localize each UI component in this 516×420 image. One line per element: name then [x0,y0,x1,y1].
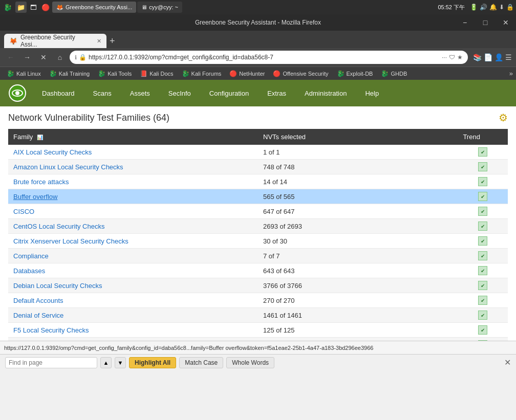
find-next-button[interactable]: ▼ [115,357,126,368]
bookmark-star-icon[interactable]: ★ [457,54,463,61]
table-row: CentOS Local Security Checks2693 of 2693… [8,219,508,234]
trend-icon[interactable]: ✔ [478,192,487,201]
trend-cell[interactable]: ✔ [458,189,508,204]
browser-tab-active[interactable]: 🦊 Greenbone Security Assi... ✕ [4,34,106,48]
tab-close-button[interactable]: ✕ [97,38,101,45]
trend-cell[interactable]: ✔ [458,219,508,234]
trend-icon[interactable]: ✔ [478,222,487,231]
trend-cell[interactable]: ✔ [458,174,508,189]
trend-icon[interactable]: ✔ [478,281,487,290]
highlight-all-button[interactable]: Highlight All [129,357,176,368]
nav-administration[interactable]: Administration [295,80,356,106]
new-tab-button[interactable]: + [110,34,115,48]
url-extras: ··· 🛡 ★ [442,54,463,61]
find-input[interactable] [5,357,97,368]
family-cell[interactable]: Buffer overflow [8,189,258,204]
home-button[interactable]: ⌂ [53,51,67,64]
url-dots-button[interactable]: ··· [442,54,447,61]
menu-icon[interactable]: ☰ [505,53,512,61]
table-row: Default Accounts270 of 270✔ [8,293,508,308]
family-cell[interactable]: Databases [8,263,258,278]
trend-icon[interactable]: ✔ [478,236,487,246]
nav-help[interactable]: Help [356,80,388,106]
trend-cell[interactable]: ✔ [458,323,508,338]
trend-icon[interactable]: ✔ [478,162,487,171]
find-close-button[interactable]: ✕ [504,358,511,367]
trend-icon[interactable]: ✔ [478,325,487,335]
nav-assets[interactable]: Assets [121,80,159,106]
family-cell[interactable]: Denial of Service [8,308,258,323]
trend-icon[interactable]: ✔ [478,177,487,186]
taskbar-icon-files[interactable]: 📁 [15,2,27,13]
family-cell[interactable]: Amazon Linux Local Security Checks [8,160,258,174]
trend-cell[interactable]: ✔ [458,249,508,263]
family-cell[interactable]: AIX Local Security Checks [8,145,258,160]
back-button[interactable]: ← [4,51,17,64]
address-bar: ← → ✕ ⌂ ℹ 🔒 https://127.0.0.1:9392/omp?c… [0,48,516,67]
bookmark-kali-docs[interactable]: 📕 Kali Docs [136,68,177,79]
reload-button[interactable]: ✕ [37,51,50,64]
taskbar-app-terminal[interactable]: 🖥 cyy@cyy: ~ [137,2,182,13]
family-cell[interactable]: CentOS Local Security Checks [8,219,258,234]
profile-icon[interactable]: 👤 [494,53,503,61]
nav-configuration[interactable]: Configuration [200,80,258,106]
minimize-button[interactable]: − [455,14,475,31]
trend-cell[interactable]: ✔ [458,293,508,308]
trend-cell[interactable]: ✔ [458,278,508,293]
url-bar[interactable]: ℹ 🔒 https://127.0.0.1:9392/omp?cmd=get_c… [70,51,468,64]
config-icon[interactable]: ⚙ [499,112,508,124]
reader-icon[interactable]: 📄 [484,53,492,61]
family-cell[interactable]: Debian Local Security Checks [8,278,258,293]
trend-icon[interactable]: ✔ [478,266,487,275]
trend-icon[interactable]: ✔ [478,311,487,320]
close-button[interactable]: ✕ [496,14,516,31]
maximize-button[interactable]: □ [475,14,496,31]
whole-words-button[interactable]: Whole Words [226,357,274,368]
family-cell[interactable]: Citrix Xenserver Local Security Checks [8,234,258,249]
bookmark-kali-forums[interactable]: 🐉 Kali Forums [178,68,225,79]
column-header-family[interactable]: Family 📊 [8,129,258,145]
trend-cell[interactable]: ✔ [458,263,508,278]
find-prev-button[interactable]: ▲ [100,357,112,368]
lock-icon-taskbar: 🔒 [506,4,514,11]
taskbar-icon-red[interactable]: 🔴 [40,2,51,13]
nethunter-icon: 🔴 [229,70,237,77]
bookmark-kali-linux[interactable]: 🐉 Kali Linux [3,68,45,79]
shield-icon[interactable]: 🛡 [449,54,455,61]
library-icon[interactable]: 📚 [473,53,482,61]
bookmark-ghdb[interactable]: 🐉 GHDB [377,68,411,79]
family-cell[interactable]: Default Accounts [8,293,258,308]
bookmarks-overflow-button[interactable]: » [509,70,513,77]
trend-cell[interactable]: ✔ [458,308,508,323]
taskbar-icon-dragon[interactable]: 🐉 [2,2,13,13]
trend-cell[interactable]: ✔ [458,160,508,174]
family-cell[interactable]: Brute force attacks [8,174,258,189]
bookmark-kali-linux-label: Kali Linux [16,71,41,77]
forward-button[interactable]: → [20,51,34,64]
bookmark-kali-training[interactable]: 🐉 Kali Training [46,68,94,79]
bookmark-offensive-security[interactable]: 🔴 Offensive Security [269,68,332,79]
family-cell[interactable]: CISCO [8,204,258,219]
bookmark-nethunter[interactable]: 🔴 NetHunter [226,68,268,79]
bookmark-kali-tools[interactable]: 🐉 Kali Tools [94,68,135,79]
column-header-nvts[interactable]: NVTs selected [258,129,458,145]
bookmark-exploit-db[interactable]: 🐉 Exploit-DB [333,68,377,79]
trend-cell[interactable]: ✔ [458,204,508,219]
family-cell[interactable]: F5 Local Security Checks [8,323,258,338]
trend-icon[interactable]: ✔ [478,251,487,260]
nav-scans[interactable]: Scans [84,80,121,106]
nav-extras[interactable]: Extras [258,80,295,106]
match-case-button[interactable]: Match Case [179,357,223,368]
trend-cell[interactable]: ✔ [458,234,508,249]
trend-icon[interactable]: ✔ [478,340,487,341]
taskbar-app-firefox[interactable]: 🦊 Greenbone Security Assi... [52,2,136,13]
trend-icon[interactable]: ✔ [478,296,487,305]
trend-icon[interactable]: ✔ [478,147,487,157]
family-cell[interactable]: Compliance [8,249,258,263]
taskbar-icon-terminal[interactable]: 🗔 [28,2,39,13]
nav-dashboard[interactable]: Dashboard [33,80,84,106]
table-row: Brute force attacks14 of 14✔ [8,174,508,189]
nav-secinfo[interactable]: SecInfo [159,80,200,106]
trend-cell[interactable]: ✔ [458,145,508,160]
trend-icon[interactable]: ✔ [478,207,487,216]
